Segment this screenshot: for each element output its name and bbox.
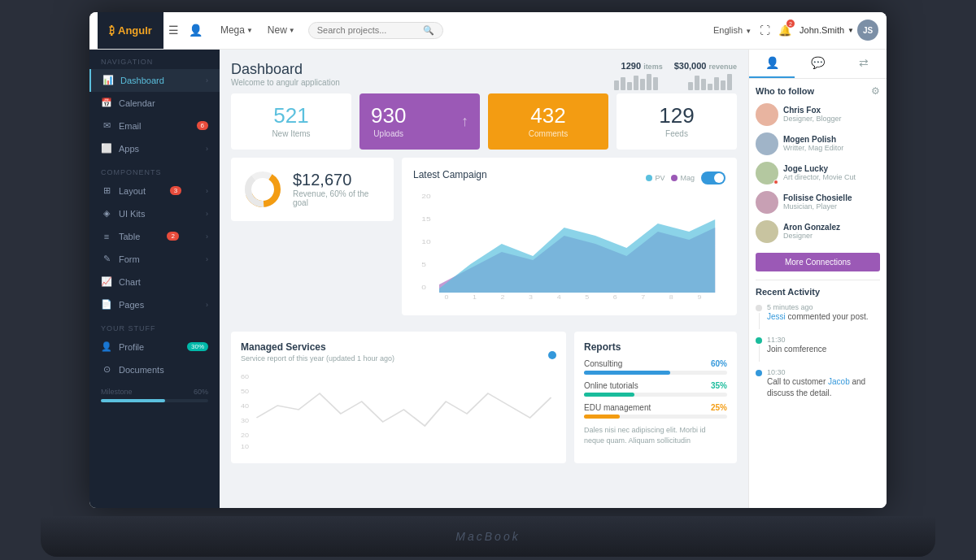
nav-mega[interactable]: Mega ▼ xyxy=(214,21,259,39)
svg-rect-6 xyxy=(653,77,658,90)
svg-text:5: 5 xyxy=(585,293,590,300)
revenue-donut xyxy=(242,169,283,210)
user-menu[interactable]: John.Smith ▼ JS xyxy=(800,20,878,41)
follow-item-3: Folisise Chosielle Musician, Player xyxy=(756,191,880,214)
activity-time-1: 11:30 xyxy=(767,336,826,344)
follow-name-2: Joge Lucky xyxy=(783,164,856,173)
edu-label: EDU management xyxy=(584,403,651,412)
reports-title: Reports xyxy=(584,341,727,353)
campaign-toggle[interactable] xyxy=(701,171,725,184)
reports-footer: Dales nisi nec adipiscing elit. Morbi id… xyxy=(584,425,727,447)
email-badge: 6 xyxy=(197,121,208,130)
follow-avatar-3 xyxy=(756,191,778,214)
follow-item-1: Mogen Polish Writter, Mag Editor xyxy=(756,132,880,155)
svg-text:60: 60 xyxy=(241,373,250,380)
revenue-amount: $12,670 xyxy=(293,171,382,189)
sidebar-item-pages[interactable]: 📄 Pages › xyxy=(89,293,220,316)
sidebar-item-apps[interactable]: ⬜ Apps › xyxy=(89,137,220,160)
svg-rect-1 xyxy=(621,77,625,90)
activity-time-0: 5 minutes ago xyxy=(767,303,869,311)
sidebar-item-uikits[interactable]: ◈ UI Kits › xyxy=(89,202,220,225)
more-connections-button[interactable]: More Connections xyxy=(756,253,880,271)
page-title: Dashboard xyxy=(231,61,340,78)
report-edu: EDU management 25% xyxy=(584,403,727,419)
svg-text:20: 20 xyxy=(241,432,250,438)
notification-icon[interactable]: 🔔 2 xyxy=(778,23,791,37)
sidebar-item-calendar[interactable]: 📅 Calendar xyxy=(89,92,220,115)
who-follow-title: Who to follow xyxy=(756,86,814,96)
reports-card: Reports Consulting 60% xyxy=(574,332,737,463)
follow-name-0: Chris Fox xyxy=(783,106,842,115)
tab-settings[interactable]: ⇄ xyxy=(841,50,887,78)
topbar-search-box[interactable]: 🔍 xyxy=(308,22,443,39)
sidebar-item-table[interactable]: ≡ Table 2 › xyxy=(89,225,220,248)
apps-icon: ⬜ xyxy=(101,143,112,154)
sidebar-item-layout[interactable]: ⊞ Layout 3 › xyxy=(89,180,220,202)
svg-text:15: 15 xyxy=(421,215,430,223)
follow-role-1: Writter, Mag Editor xyxy=(783,144,843,152)
search-input[interactable] xyxy=(317,25,423,35)
tutorials-pct: 35% xyxy=(711,381,727,390)
uikits-icon: ◈ xyxy=(101,208,112,219)
svg-rect-3 xyxy=(634,76,638,90)
revenue-mini-chart xyxy=(688,71,737,90)
svg-text:8: 8 xyxy=(669,293,674,300)
menu-icon[interactable]: ☰ xyxy=(163,24,184,37)
follow-avatar-4 xyxy=(756,220,778,243)
activity-link-jessi[interactable]: Jessi xyxy=(767,312,786,321)
nav-new[interactable]: New ▼ xyxy=(261,21,302,39)
tab-chat[interactable]: 💬 xyxy=(795,50,840,78)
main-layout: Navigation 📊 Dashboard › 📅 Calendar ✉ Em… xyxy=(89,50,887,508)
activity-link-jacob[interactable]: Jacob xyxy=(828,377,850,386)
table-badge: 2 xyxy=(167,232,178,241)
stat-number-comments: 432 xyxy=(499,105,597,126)
bottom-row: Managed Services Service report of this … xyxy=(231,332,737,463)
edu-bar-bg xyxy=(584,415,727,419)
sidebar-item-chart[interactable]: 📈 Chart xyxy=(89,271,220,293)
search-icon: 🔍 xyxy=(423,25,434,36)
stat-label-comments: Comments xyxy=(499,129,597,138)
follow-role-4: Designer xyxy=(783,232,840,240)
follow-name-3: Folisise Chosielle xyxy=(783,193,852,202)
tutorials-bar-bg xyxy=(584,393,727,397)
svg-text:40: 40 xyxy=(241,402,250,409)
svg-text:4: 4 xyxy=(557,293,562,300)
svg-rect-5 xyxy=(647,74,651,90)
email-icon: ✉ xyxy=(101,120,112,132)
stat-label-items: New Items xyxy=(242,129,340,138)
who-follow-header: Who to follow ⚙ xyxy=(756,85,880,97)
managed-services-subtitle: Service report of this year (updated 1 h… xyxy=(241,354,394,362)
stat-label-feeds: Feeds xyxy=(628,129,725,138)
milestone-pct: 60% xyxy=(194,388,208,396)
stat-comments: 432 Comments xyxy=(488,93,608,150)
consulting-bar-fill xyxy=(584,371,670,375)
sidebar-item-email[interactable]: ✉ Email 6 xyxy=(89,115,220,137)
layout-badge: 3 xyxy=(170,186,181,195)
layout-icon: ⊞ xyxy=(101,185,112,197)
brand-name: Angulr xyxy=(118,24,152,37)
user-icon[interactable]: 👤 xyxy=(184,24,207,37)
stats-row: 521 New Items 930 Uploads ↑ 43 xyxy=(231,93,737,150)
sidebar-item-dashboard[interactable]: 📊 Dashboard › xyxy=(89,69,220,92)
language-selector[interactable]: English ▼ xyxy=(713,25,752,35)
fullscreen-icon[interactable]: ⛶ xyxy=(760,23,770,37)
activity-time-2: 10:30 xyxy=(767,368,880,376)
svg-text:0: 0 xyxy=(444,293,449,300)
content-area: Dashboard Welcome to angulr application … xyxy=(220,50,748,508)
brand: ₿ Angulr xyxy=(98,12,163,50)
activity-dot-2 xyxy=(756,370,762,376)
svg-rect-8 xyxy=(695,76,699,90)
sidebar-item-profile[interactable]: 👤 Profile 30% xyxy=(89,336,220,358)
who-follow-settings-icon[interactable]: ⚙ xyxy=(871,85,880,97)
sidebar-item-documents[interactable]: ⊙ Documents xyxy=(89,358,220,381)
stat-label-uploads: Uploads xyxy=(371,129,406,138)
follow-name-1: Mogen Polish xyxy=(783,135,843,144)
profile-badge: 30% xyxy=(187,342,208,351)
svg-rect-13 xyxy=(727,74,732,90)
revenue-stat: $30,000 revenue xyxy=(674,61,737,93)
sidebar-item-form[interactable]: ✎ Form › xyxy=(89,248,220,271)
tab-person[interactable]: 👤 xyxy=(749,50,795,78)
profile-icon: 👤 xyxy=(101,341,112,353)
page-header: Dashboard Welcome to angulr application … xyxy=(231,61,737,93)
revenue-card: $12,670 Revenue, 60% of the goal xyxy=(231,158,394,221)
